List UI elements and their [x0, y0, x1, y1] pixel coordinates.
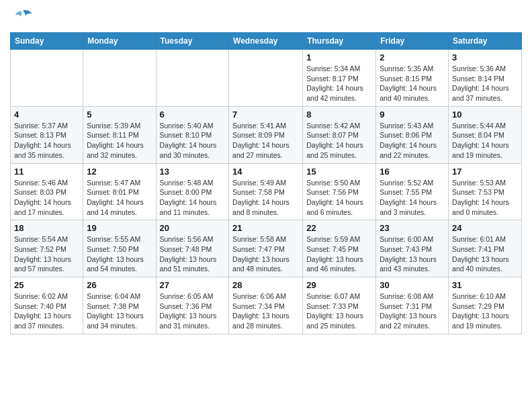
col-header-saturday: Saturday — [449, 33, 522, 50]
col-header-sunday: Sunday — [11, 33, 83, 50]
day-cell-empty — [229, 50, 303, 107]
day-cell-15: 15Sunrise: 5:50 AMSunset: 7:56 PMDayligh… — [303, 163, 376, 220]
day-number: 11 — [14, 167, 79, 177]
day-cell-empty — [83, 50, 156, 107]
week-row-4: 18Sunrise: 5:54 AMSunset: 7:52 PMDayligh… — [11, 220, 522, 277]
logo-bird-icon — [13, 7, 33, 27]
day-number: 16 — [380, 167, 445, 177]
day-cell-13: 13Sunrise: 5:48 AMSunset: 8:00 PMDayligh… — [156, 163, 229, 220]
day-cell-20: 20Sunrise: 5:56 AMSunset: 7:48 PMDayligh… — [156, 220, 229, 277]
page-header — [10, 7, 522, 27]
day-cell-empty — [156, 50, 229, 107]
day-cell-31: 31Sunrise: 6:10 AMSunset: 7:29 PMDayligh… — [449, 277, 522, 334]
day-info: Sunrise: 5:43 AMSunset: 8:06 PMDaylight:… — [380, 121, 445, 161]
week-row-3: 11Sunrise: 5:46 AMSunset: 8:03 PMDayligh… — [11, 163, 522, 220]
calendar-table: SundayMondayTuesdayWednesdayThursdayFrid… — [10, 32, 522, 334]
day-info: Sunrise: 5:41 AMSunset: 8:09 PMDaylight:… — [232, 121, 299, 161]
day-info: Sunrise: 6:10 AMSunset: 7:29 PMDaylight:… — [452, 291, 518, 331]
day-cell-9: 9Sunrise: 5:43 AMSunset: 8:06 PMDaylight… — [376, 106, 449, 163]
day-number: 5 — [87, 109, 152, 120]
day-cell-1: 1Sunrise: 5:34 AMSunset: 8:17 PMDaylight… — [303, 50, 376, 107]
day-info: Sunrise: 5:50 AMSunset: 7:56 PMDaylight:… — [306, 178, 372, 218]
col-header-wednesday: Wednesday — [229, 33, 303, 50]
day-cell-24: 24Sunrise: 6:01 AMSunset: 7:41 PMDayligh… — [449, 220, 522, 277]
day-number: 6 — [160, 109, 226, 120]
day-info: Sunrise: 5:56 AMSunset: 7:48 PMDaylight:… — [160, 234, 226, 274]
day-info: Sunrise: 5:59 AMSunset: 7:45 PMDaylight:… — [306, 234, 372, 274]
day-info: Sunrise: 6:06 AMSunset: 7:34 PMDaylight:… — [232, 291, 299, 331]
day-info: Sunrise: 6:02 AMSunset: 7:40 PMDaylight:… — [14, 291, 79, 331]
day-info: Sunrise: 5:42 AMSunset: 8:07 PMDaylight:… — [306, 121, 372, 161]
day-number: 23 — [380, 223, 445, 233]
day-info: Sunrise: 5:54 AMSunset: 7:52 PMDaylight:… — [14, 234, 79, 274]
logo — [10, 7, 33, 27]
day-info: Sunrise: 6:04 AMSunset: 7:38 PMDaylight:… — [87, 291, 152, 331]
day-info: Sunrise: 5:58 AMSunset: 7:47 PMDaylight:… — [232, 234, 299, 274]
day-number: 17 — [452, 167, 518, 177]
day-cell-23: 23Sunrise: 6:00 AMSunset: 7:43 PMDayligh… — [376, 220, 449, 277]
day-number: 26 — [87, 280, 152, 290]
day-info: Sunrise: 5:55 AMSunset: 7:50 PMDaylight:… — [87, 234, 152, 274]
day-cell-8: 8Sunrise: 5:42 AMSunset: 8:07 PMDaylight… — [303, 106, 376, 163]
day-cell-2: 2Sunrise: 5:35 AMSunset: 8:15 PMDaylight… — [376, 50, 449, 107]
day-cell-12: 12Sunrise: 5:47 AMSunset: 8:01 PMDayligh… — [83, 163, 156, 220]
day-number: 12 — [87, 167, 152, 177]
col-header-monday: Monday — [83, 33, 156, 50]
day-number: 15 — [306, 167, 372, 177]
day-number: 3 — [452, 52, 518, 62]
day-cell-22: 22Sunrise: 5:59 AMSunset: 7:45 PMDayligh… — [303, 220, 376, 277]
day-info: Sunrise: 5:36 AMSunset: 8:14 PMDaylight:… — [452, 64, 518, 103]
day-info: Sunrise: 5:49 AMSunset: 7:58 PMDaylight:… — [232, 178, 299, 218]
day-number: 21 — [232, 223, 299, 233]
day-info: Sunrise: 5:52 AMSunset: 7:55 PMDaylight:… — [380, 178, 445, 218]
col-header-tuesday: Tuesday — [156, 33, 229, 50]
week-row-1: 1Sunrise: 5:34 AMSunset: 8:17 PMDaylight… — [11, 50, 522, 107]
day-number: 2 — [380, 52, 445, 62]
col-header-friday: Friday — [376, 33, 449, 50]
day-number: 14 — [232, 167, 299, 177]
day-cell-4: 4Sunrise: 5:37 AMSunset: 8:13 PMDaylight… — [11, 106, 83, 163]
day-info: Sunrise: 6:05 AMSunset: 7:36 PMDaylight:… — [160, 291, 226, 331]
day-cell-11: 11Sunrise: 5:46 AMSunset: 8:03 PMDayligh… — [11, 163, 83, 220]
day-info: Sunrise: 5:34 AMSunset: 8:17 PMDaylight:… — [306, 64, 372, 103]
day-cell-21: 21Sunrise: 5:58 AMSunset: 7:47 PMDayligh… — [229, 220, 303, 277]
day-cell-3: 3Sunrise: 5:36 AMSunset: 8:14 PMDaylight… — [449, 50, 522, 107]
day-cell-14: 14Sunrise: 5:49 AMSunset: 7:58 PMDayligh… — [229, 163, 303, 220]
day-number: 8 — [306, 109, 372, 120]
day-number: 4 — [14, 109, 79, 120]
day-number: 22 — [306, 223, 372, 233]
day-number: 18 — [14, 223, 79, 233]
day-cell-16: 16Sunrise: 5:52 AMSunset: 7:55 PMDayligh… — [376, 163, 449, 220]
day-number: 27 — [160, 280, 226, 290]
day-cell-29: 29Sunrise: 6:07 AMSunset: 7:33 PMDayligh… — [303, 277, 376, 334]
day-cell-30: 30Sunrise: 6:08 AMSunset: 7:31 PMDayligh… — [376, 277, 449, 334]
day-info: Sunrise: 6:08 AMSunset: 7:31 PMDaylight:… — [380, 291, 445, 331]
day-info: Sunrise: 5:40 AMSunset: 8:10 PMDaylight:… — [160, 121, 226, 161]
day-cell-25: 25Sunrise: 6:02 AMSunset: 7:40 PMDayligh… — [11, 277, 83, 334]
day-cell-28: 28Sunrise: 6:06 AMSunset: 7:34 PMDayligh… — [229, 277, 303, 334]
day-cell-19: 19Sunrise: 5:55 AMSunset: 7:50 PMDayligh… — [83, 220, 156, 277]
col-header-thursday: Thursday — [303, 33, 376, 50]
day-cell-17: 17Sunrise: 5:53 AMSunset: 7:53 PMDayligh… — [449, 163, 522, 220]
day-number: 30 — [380, 280, 445, 290]
day-number: 1 — [306, 52, 372, 62]
day-info: Sunrise: 5:48 AMSunset: 8:00 PMDaylight:… — [160, 178, 226, 218]
day-info: Sunrise: 5:53 AMSunset: 7:53 PMDaylight:… — [452, 178, 518, 218]
day-number: 9 — [380, 109, 445, 120]
day-number: 25 — [14, 280, 79, 290]
day-number: 20 — [160, 223, 226, 233]
week-row-5: 25Sunrise: 6:02 AMSunset: 7:40 PMDayligh… — [11, 277, 522, 334]
day-number: 10 — [452, 109, 518, 120]
day-info: Sunrise: 6:00 AMSunset: 7:43 PMDaylight:… — [380, 234, 445, 274]
day-cell-27: 27Sunrise: 6:05 AMSunset: 7:36 PMDayligh… — [156, 277, 229, 334]
day-info: Sunrise: 5:37 AMSunset: 8:13 PMDaylight:… — [14, 121, 79, 161]
day-info: Sunrise: 5:39 AMSunset: 8:11 PMDaylight:… — [87, 121, 152, 161]
day-cell-5: 5Sunrise: 5:39 AMSunset: 8:11 PMDaylight… — [83, 106, 156, 163]
day-info: Sunrise: 5:44 AMSunset: 8:04 PMDaylight:… — [452, 121, 518, 161]
day-cell-empty — [11, 50, 83, 107]
day-number: 29 — [306, 280, 372, 290]
day-info: Sunrise: 5:46 AMSunset: 8:03 PMDaylight:… — [14, 178, 79, 218]
day-number: 7 — [232, 109, 299, 120]
day-cell-26: 26Sunrise: 6:04 AMSunset: 7:38 PMDayligh… — [83, 277, 156, 334]
day-number: 19 — [87, 223, 152, 233]
